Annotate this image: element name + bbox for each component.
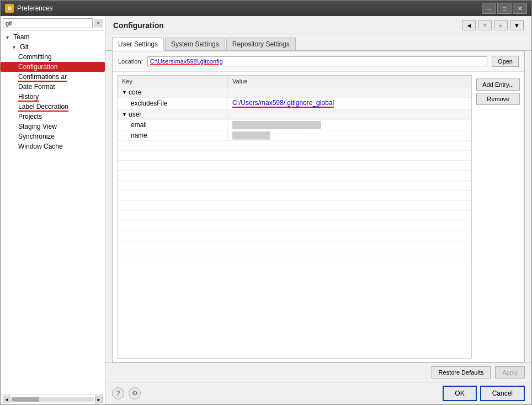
add-entry-button[interactable]: Add Entry... bbox=[476, 78, 520, 91]
open-button[interactable]: Open bbox=[492, 56, 519, 67]
tab-repository-settings[interactable]: Repository Settings bbox=[226, 38, 296, 50]
sidebar-item-label: Staging View bbox=[18, 123, 57, 130]
sidebar-item-label: Committing bbox=[18, 53, 52, 61]
sidebar-item-label-decoration[interactable]: Label Decoration bbox=[1, 102, 105, 112]
location-label: Location: bbox=[118, 58, 143, 65]
tab-content: Location: Open Key Value bbox=[112, 51, 525, 362]
window-controls: — □ ✕ bbox=[482, 3, 527, 14]
table-row[interactable]: email ████████@l████.com bbox=[118, 120, 471, 130]
sidebar-item-label: Configuration bbox=[18, 63, 57, 71]
table-row[interactable]: excludesFile C:/Users/max598/.gitignore_… bbox=[118, 98, 471, 109]
footer: ? ⚙ OK Cancel bbox=[105, 382, 531, 404]
table-row bbox=[118, 240, 471, 250]
nav-forward-button[interactable]: ► bbox=[494, 20, 508, 30]
value-cell: ████████@l████.com bbox=[228, 120, 471, 130]
table-row bbox=[118, 250, 471, 260]
config-table: Key Value ▼ core bbox=[117, 75, 472, 359]
table-header: Key Value bbox=[118, 76, 471, 87]
table-body: ▼ core excludesFile bbox=[118, 87, 471, 358]
bottom-bar: Restore Defaults Apply bbox=[105, 362, 531, 382]
content-area: ✕ ▼ Team ▼ Git Committing C bbox=[1, 16, 531, 404]
sidebar-item-label: Synchronize bbox=[18, 133, 55, 140]
tab-user-settings[interactable]: User Settings bbox=[112, 38, 164, 51]
table-row bbox=[118, 201, 471, 211]
value-text: ████████ bbox=[232, 132, 270, 139]
value-text: C:/Users/max598/.gitignore_global bbox=[232, 99, 334, 108]
table-row bbox=[118, 230, 471, 240]
sidebar-item-confirmations[interactable]: Confirmations ar bbox=[1, 72, 105, 82]
table-row bbox=[118, 141, 471, 151]
nav-dropdown-button[interactable]: ▼ bbox=[478, 20, 492, 30]
apply-button[interactable]: Apply bbox=[495, 366, 525, 378]
col-key-header: Key bbox=[118, 76, 228, 87]
table-row[interactable]: name ████████ bbox=[118, 130, 471, 141]
sidebar-item-team[interactable]: ▼ Team bbox=[1, 32, 105, 42]
scroll-thumb[interactable] bbox=[12, 397, 39, 402]
sidebar-search-area: ✕ bbox=[1, 16, 105, 31]
sidebar-item-git[interactable]: ▼ Git bbox=[1, 42, 105, 52]
sidebar-scrollbar: ◄ ► bbox=[1, 394, 105, 404]
table-row bbox=[118, 161, 471, 171]
key-cell: name bbox=[118, 130, 228, 140]
close-button[interactable]: ✕ bbox=[513, 3, 527, 14]
sidebar-item-label: Window Cache bbox=[18, 143, 63, 150]
sidebar-item-configuration[interactable]: Configuration bbox=[1, 62, 105, 72]
expand-icon: ▼ bbox=[5, 35, 12, 40]
scroll-right-arrow[interactable]: ► bbox=[95, 396, 103, 403]
table-row[interactable]: ▼ user bbox=[118, 109, 471, 120]
sidebar-item-history[interactable]: History bbox=[1, 92, 105, 102]
help-icon[interactable]: ? bbox=[112, 387, 124, 399]
key-cell: excludesFile bbox=[118, 98, 228, 109]
tab-system-settings[interactable]: System Settings bbox=[165, 38, 225, 50]
sidebar-item-window-cache[interactable]: Window Cache bbox=[1, 141, 105, 151]
group-name: core bbox=[129, 88, 141, 96]
nav-back-button[interactable]: ◄ bbox=[462, 20, 476, 30]
preferences-icon[interactable]: ⚙ bbox=[129, 387, 141, 399]
sidebar-item-label: History bbox=[18, 93, 39, 102]
key-text: excludesFile bbox=[131, 99, 168, 107]
table-row bbox=[118, 151, 471, 161]
nav-forward-dropdown-button[interactable]: ▼ bbox=[510, 20, 524, 30]
sidebar-item-projects[interactable]: Projects bbox=[1, 112, 105, 122]
value-text: ████████@l████.com bbox=[232, 121, 321, 129]
tabs-bar: User Settings System Settings Repository… bbox=[105, 34, 531, 51]
location-row: Location: Open bbox=[113, 51, 524, 72]
sidebar-item-staging-view[interactable]: Staging View bbox=[1, 122, 105, 132]
expand-icon: ▼ bbox=[122, 112, 129, 117]
sidebar-item-label: Label Decoration bbox=[18, 103, 68, 112]
table-row bbox=[118, 181, 471, 191]
window-title: Preferences bbox=[17, 4, 53, 12]
scroll-left-arrow[interactable]: ◄ bbox=[3, 396, 10, 403]
expand-icon: ▼ bbox=[12, 45, 18, 50]
key-cell: ▼ user bbox=[118, 109, 228, 119]
maximize-button[interactable]: □ bbox=[497, 3, 512, 14]
restore-defaults-button[interactable]: Restore Defaults bbox=[432, 366, 491, 378]
key-text: name bbox=[131, 132, 147, 139]
footer-icons: ? ⚙ bbox=[112, 387, 141, 399]
sidebar-item-synchronize[interactable]: Synchronize bbox=[1, 132, 105, 141]
title-bar: ⚙ Preferences — □ ✕ bbox=[1, 1, 531, 16]
key-cell: email bbox=[118, 120, 228, 130]
app-icon: ⚙ bbox=[5, 4, 14, 13]
preferences-window: ⚙ Preferences — □ ✕ ✕ ▼ Team ▼ bbox=[0, 0, 532, 405]
sidebar-item-date-format[interactable]: Date Format bbox=[1, 82, 105, 92]
cancel-button[interactable]: Cancel bbox=[480, 386, 525, 401]
footer-buttons: OK Cancel bbox=[443, 386, 525, 401]
table-row bbox=[118, 171, 471, 181]
sidebar-tree: ▼ Team ▼ Git Committing Configuration bbox=[1, 31, 105, 394]
key-cell: ▼ core bbox=[118, 87, 228, 97]
table-row[interactable]: ▼ core bbox=[118, 87, 471, 98]
remove-button[interactable]: Remove bbox=[476, 93, 520, 105]
sidebar-item-label: Team bbox=[13, 33, 29, 41]
sidebar-item-committing[interactable]: Committing bbox=[1, 52, 105, 62]
search-input[interactable] bbox=[3, 18, 93, 28]
minimize-button[interactable]: — bbox=[482, 3, 496, 14]
expand-icon: ▼ bbox=[122, 90, 129, 95]
search-clear-button[interactable]: ✕ bbox=[94, 19, 103, 28]
table-row bbox=[118, 211, 471, 220]
scroll-track bbox=[12, 397, 94, 402]
group-name: user bbox=[129, 111, 141, 118]
col-value-header: Value bbox=[228, 76, 471, 87]
ok-button[interactable]: OK bbox=[443, 386, 476, 401]
location-input[interactable] bbox=[147, 56, 487, 66]
